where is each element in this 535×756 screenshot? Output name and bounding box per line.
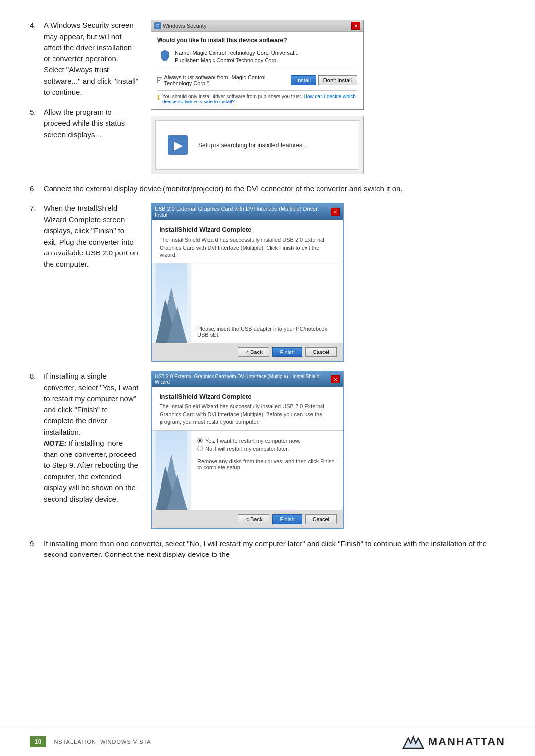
installshield-8-footer: < Back Finish Cancel xyxy=(152,510,343,528)
installshield-7-close[interactable]: ✕ xyxy=(331,208,340,216)
installshield-7-header-text: The InstallShield Wizard has successfull… xyxy=(160,236,335,259)
list-item-4: 4. A Windows Security screen may appear,… xyxy=(30,20,139,98)
windows-security-checkbox-row: ✓ Always trust software from "Magic Cont… xyxy=(157,74,357,86)
windows-security-warning-text: You should only install driver software … xyxy=(162,94,302,99)
always-trust-label: Always trust software from "Magic Contro… xyxy=(164,74,291,86)
installshield-7-body-text: Please, insert the USB adapter into your… xyxy=(191,263,343,343)
footer-label: INSTALLATION: WINDOWS VISTA xyxy=(52,739,151,745)
setup-arrow-icon: ▶ xyxy=(165,133,190,157)
item-number-6: 6. xyxy=(30,183,44,193)
item-text-4: A Windows Security screen may appear, bu… xyxy=(44,20,139,98)
installshield-8-titlebar: USB 2.0 External Graphics Card with DVI … xyxy=(152,372,343,387)
item-number-4: 4. xyxy=(30,20,44,29)
windows-security-publisher: Publisher: Magic Control Technology Corp… xyxy=(175,57,299,64)
item-number-7: 7. xyxy=(30,203,44,212)
item-text-6: Connect the external display device (mon… xyxy=(44,183,505,195)
installshield-7-header: InstallShield Wizard Complete The Instal… xyxy=(152,220,343,263)
install-button[interactable]: Install xyxy=(291,75,316,85)
windows-security-titlebar: 🛡 Windows Security ✕ xyxy=(151,20,363,32)
installshield-8-options: Yes, I want to restart my computer now. … xyxy=(191,431,343,510)
item-8-note-text: If installing more than one converter, p… xyxy=(44,439,138,503)
warning-icon: ℹ xyxy=(157,94,160,101)
radio-yes[interactable] xyxy=(197,438,203,443)
list-item-8: 8. If installing a single converter, sel… xyxy=(30,371,139,504)
page-footer: 10 INSTALLATION: WINDOWS VISTA MANHATTAN xyxy=(0,727,535,756)
radio-yes-label: Yes, I want to restart my computer now. xyxy=(205,438,300,444)
list-item-6: 6. Connect the external display device (… xyxy=(30,183,505,195)
installshield-7-cancel-button[interactable]: Cancel xyxy=(305,347,337,357)
list-item-7: 7. When the InstallShield Wizard Complet… xyxy=(30,203,139,270)
windows-security-dialog: 🛡 Windows Security ✕ Would you like to i… xyxy=(151,20,364,110)
item-8-note: NOTE: xyxy=(44,439,67,447)
installshield-7-footer: < Back Finish Cancel xyxy=(152,343,343,361)
item-number-5: 5. xyxy=(30,107,44,116)
item-number-8: 8. xyxy=(30,371,44,380)
installshield-7-dialog: USB 2.0 External Graphics Card with DVI … xyxy=(151,203,344,362)
installshield-7-finish-button[interactable]: Finish xyxy=(272,347,302,357)
list-item-5: 5. Allow the program to proceed while th… xyxy=(30,107,139,141)
installshield-7-header-title: InstallShield Wizard Complete xyxy=(160,226,335,233)
windows-title-icon: 🛡 xyxy=(154,22,161,29)
installshield-8-content: Yes, I want to restart my computer now. … xyxy=(152,431,343,510)
manhattan-logo-text: MANHATTAN xyxy=(428,735,505,748)
installshield-8-header-text: The InstallShield Wizard has successfull… xyxy=(160,403,335,426)
installshield-7-graphic xyxy=(152,263,191,343)
installshield-7-titlebar: USB 2.0 External Graphics Card with DVI … xyxy=(152,204,343,220)
installshield-8-radio1-row: Yes, I want to restart my computer now. xyxy=(197,438,337,444)
windows-security-name: Name: Magic Control Technology Corp. Uni… xyxy=(175,50,299,57)
installshield-8-dialog: USB 2.0 External Graphics Card with DVI … xyxy=(151,371,344,529)
installshield-8-graphic xyxy=(152,431,191,510)
setup-dialog: ▶ Setup is searching for installed featu… xyxy=(151,116,364,174)
item-text-7: When the InstallShield Wizard Complete s… xyxy=(44,203,139,270)
manhattan-logo-icon xyxy=(401,734,426,749)
installshield-8-body-text: Remove any disks from their drives, and … xyxy=(197,458,337,470)
windows-security-name-row: Name: Magic Control Technology Corp. Uni… xyxy=(157,48,357,67)
installshield-8-radio2-row: No, I will restart my computer later. xyxy=(197,446,337,452)
manhattan-logo: MANHATTAN xyxy=(401,734,505,749)
installshield-8-header-title: InstallShield Wizard Complete xyxy=(160,393,335,400)
installshield-8-header: InstallShield Wizard Complete The Instal… xyxy=(152,387,343,430)
windows-security-warning: ℹ You should only install driver softwar… xyxy=(157,94,357,104)
installshield-8-title: USB 2.0 External Graphics Card with DVI … xyxy=(155,374,331,385)
radio-no-label: No, I will restart my computer later. xyxy=(205,446,289,452)
svg-marker-11 xyxy=(403,737,423,748)
shield-icon xyxy=(159,50,171,61)
always-trust-checkbox[interactable]: ✓ xyxy=(157,77,162,83)
installshield-8-close[interactable]: ✕ xyxy=(331,375,340,383)
dont-install-button[interactable]: Don't Install xyxy=(318,75,357,85)
installshield-8-cancel-button[interactable]: Cancel xyxy=(305,514,337,524)
installshield-7-back-button[interactable]: < Back xyxy=(238,347,269,357)
radio-no[interactable] xyxy=(197,446,203,451)
item-number-9: 9. xyxy=(30,538,44,548)
page-number: 10 xyxy=(30,736,46,747)
svg-text:▶: ▶ xyxy=(174,139,183,151)
item-text-9: If installing more than one converter, s… xyxy=(44,538,505,560)
installshield-7-title: USB 2.0 External Graphics Card with DVI … xyxy=(155,206,331,218)
windows-security-title: Windows Security xyxy=(163,23,206,29)
installshield-8-finish-button[interactable]: Finish xyxy=(272,514,302,524)
item-text-8: If installing a single converter, select… xyxy=(44,371,139,504)
windows-security-close-button[interactable]: ✕ xyxy=(351,22,360,30)
list-item-9: 9. If installing more than one converter… xyxy=(30,538,505,560)
installshield-7-content: Please, insert the USB adapter into your… xyxy=(152,263,343,343)
item-text-5: Allow the program to proceed while this … xyxy=(44,107,139,141)
installshield-7-usb-text: Please, insert the USB adapter into your… xyxy=(197,326,337,338)
setup-searching-text: Setup is searching for installed feature… xyxy=(198,142,307,149)
installshield-8-back-button[interactable]: < Back xyxy=(238,514,269,524)
windows-security-question: Would you like to install this device so… xyxy=(157,37,357,44)
